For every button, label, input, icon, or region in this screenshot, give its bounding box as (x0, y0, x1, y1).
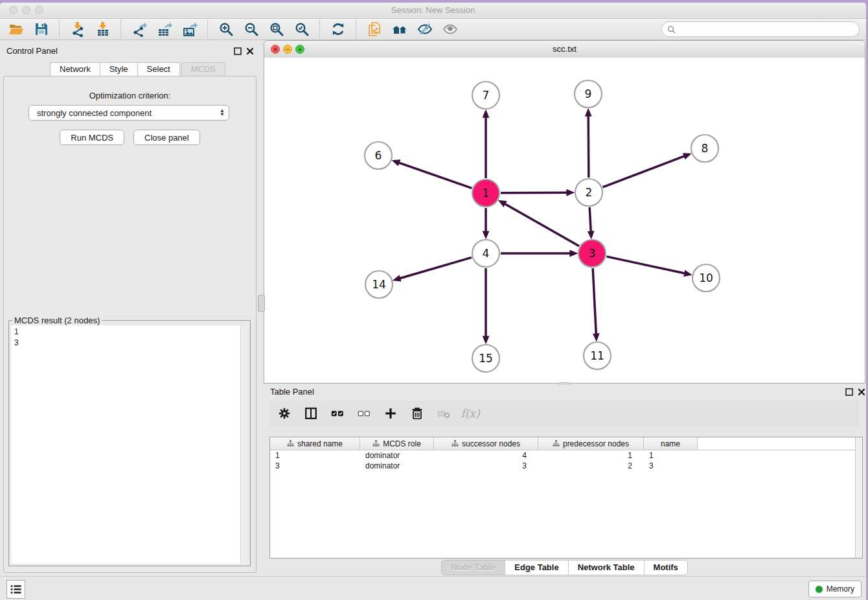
graph-node-7[interactable]: 7 (472, 82, 499, 109)
hide-panel-eye-icon[interactable] (415, 20, 435, 38)
open-session-icon[interactable] (6, 20, 26, 38)
import-network-icon[interactable] (68, 20, 87, 38)
column-header-MCDS-role[interactable]: MCDS role (360, 437, 434, 450)
home-icon[interactable] (390, 20, 409, 38)
cell-successor-nodes[interactable]: 3 (434, 461, 538, 471)
tab-select[interactable]: Select (137, 62, 180, 76)
graph-node-3[interactable]: 3 (578, 240, 606, 267)
result-scrollbar[interactable] (240, 325, 248, 564)
sort-icon (372, 440, 380, 447)
table-scrollbar[interactable] (855, 437, 862, 558)
column-header-successor-nodes[interactable]: successor nodes (434, 437, 538, 450)
graph-node-8[interactable]: 8 (691, 135, 718, 162)
graph-node-15[interactable]: 15 (472, 345, 499, 372)
graph-node-2[interactable]: 2 (575, 179, 602, 206)
column-header-filler (698, 437, 862, 450)
tab-network-table[interactable]: Network Table (569, 560, 645, 575)
cell-shared-name[interactable]: 3 (270, 461, 360, 471)
tab-network[interactable]: Network (50, 62, 100, 76)
memory-status-dot (816, 586, 823, 593)
graph-node-1[interactable]: 1 (472, 179, 499, 207)
search-input[interactable] (679, 24, 854, 34)
edge-4-14[interactable] (400, 257, 472, 278)
table-row[interactable]: 3dominator323 (270, 461, 862, 471)
import-table-icon[interactable] (93, 20, 113, 38)
edge-3-10[interactable] (606, 257, 685, 273)
table-header: shared nameMCDS rolesuccessor nodesprede… (270, 437, 862, 450)
close-panel-icon[interactable] (246, 47, 255, 56)
app-window: Session: New Session (0, 3, 866, 600)
delete-table-icon[interactable] (435, 405, 452, 422)
control-panel-tabs: NetworkStyleSelectMCDS (50, 62, 225, 76)
show-panel-eye-icon[interactable] (440, 20, 460, 38)
cell-MCDS-role[interactable]: dominator (360, 461, 434, 471)
refresh-view-icon[interactable] (328, 20, 348, 38)
zoom-fit-icon[interactable] (267, 20, 286, 38)
column-header-shared-name[interactable]: shared name (270, 437, 360, 450)
delete-columns-trash-icon[interactable] (409, 405, 426, 422)
toolbar-separator (356, 20, 357, 38)
select-all-columns-icon[interactable] (329, 405, 346, 422)
split-view-icon[interactable] (303, 405, 319, 422)
zoom-out-icon[interactable] (242, 20, 261, 38)
save-session-icon[interactable] (32, 20, 51, 38)
close-panel-button[interactable]: Close panel (133, 130, 200, 145)
cell-name[interactable]: 3 (644, 461, 698, 471)
export-image-icon[interactable] (180, 20, 200, 38)
task-history-button[interactable] (6, 580, 25, 599)
vertical-splitter-grip[interactable] (258, 295, 265, 312)
cell-MCDS-role[interactable]: dominator (360, 450, 434, 461)
network-window-titlebar[interactable]: × − + scc.txt (264, 41, 865, 58)
close-table-panel-icon[interactable] (857, 387, 866, 397)
cell-shared-name[interactable]: 1 (270, 450, 360, 461)
tab-node-table[interactable]: Node Table (442, 560, 505, 575)
tab-mcds[interactable]: MCDS (181, 62, 225, 76)
column-header-predecessor-nodes[interactable]: predecessor nodes (538, 437, 644, 450)
network-graph[interactable]: 1234678910111415 (264, 58, 865, 383)
open-network-file-icon[interactable] (365, 20, 384, 38)
tab-edge-table[interactable]: Edge Table (505, 560, 568, 575)
settings-gear-icon[interactable] (276, 405, 293, 422)
graph-node-10[interactable]: 10 (692, 264, 720, 292)
cell-predecessor-nodes[interactable]: 1 (538, 450, 644, 461)
float-table-panel-icon[interactable] (845, 387, 854, 397)
float-panel-icon[interactable] (233, 47, 242, 56)
criterion-select[interactable]: strongly connected component ▲▼ (29, 105, 229, 121)
export-table-icon[interactable] (155, 20, 174, 38)
node-label: 9 (585, 87, 592, 100)
table-row[interactable]: 1dominator411 (270, 450, 862, 461)
edge-3-11[interactable] (593, 268, 596, 334)
run-mcds-button[interactable]: Run MCDS (60, 130, 124, 145)
edge-2-9[interactable] (588, 115, 589, 178)
edge-1-2[interactable] (501, 192, 567, 193)
cell-successor-nodes[interactable]: 4 (434, 450, 538, 461)
graph-node-11[interactable]: 11 (584, 342, 611, 369)
graph-node-4[interactable]: 4 (472, 240, 499, 267)
export-network-icon[interactable] (130, 20, 149, 38)
column-header-name[interactable]: name (644, 437, 698, 450)
tab-style[interactable]: Style (100, 62, 137, 76)
tab-motifs[interactable]: Motifs (645, 560, 687, 575)
function-builder-icon[interactable]: f(x) (462, 405, 479, 422)
table-body: 1dominator4113dominator323 (270, 450, 862, 471)
edge-1-6[interactable] (398, 163, 472, 189)
mcds-result-box: MCDS result (2 nodes) 13 (8, 320, 251, 566)
edge-2-8[interactable] (603, 156, 685, 187)
graph-node-6[interactable]: 6 (365, 142, 392, 169)
search-field[interactable] (661, 21, 860, 37)
cell-name[interactable]: 1 (644, 450, 698, 461)
add-column-icon[interactable] (382, 405, 399, 422)
edge-2-3[interactable] (589, 207, 591, 232)
cell-predecessor-nodes[interactable]: 2 (538, 461, 644, 471)
zoom-selected-icon[interactable] (292, 20, 312, 38)
control-panel-title: Control Panel (6, 46, 58, 56)
graph-node-14[interactable]: 14 (365, 271, 393, 298)
graph-node-9[interactable]: 9 (575, 80, 602, 108)
mcds-result-list: 13 (11, 325, 248, 564)
column-label: name (661, 439, 680, 448)
deselect-all-columns-icon[interactable] (356, 405, 372, 422)
memory-button[interactable]: Memory (808, 581, 862, 597)
zoom-in-icon[interactable] (216, 20, 236, 38)
mcds-panel: Optimization criterion: strongly connect… (3, 76, 257, 573)
edge-3-1[interactable] (505, 203, 579, 246)
